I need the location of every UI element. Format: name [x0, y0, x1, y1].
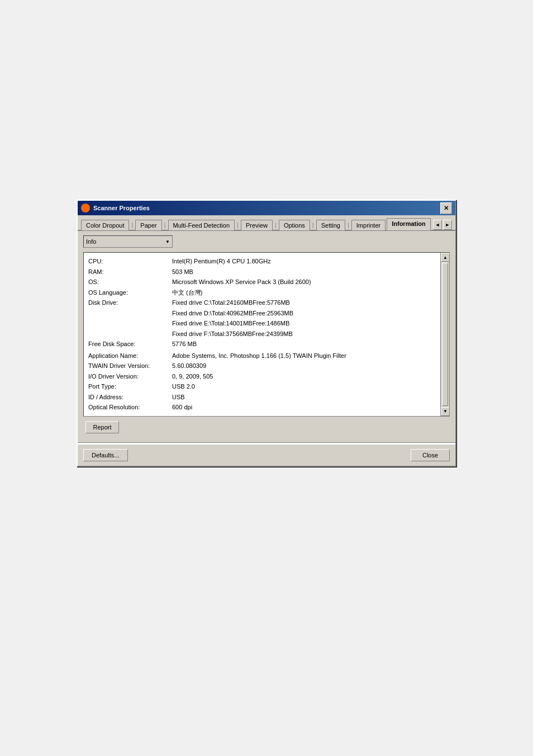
tabs-bar: Color Dropout | Paper | Multi-Feed Detec…	[78, 215, 455, 231]
info-table-row: Free Disk Space:5776 MB	[87, 339, 446, 349]
info-value: 600 dpi	[171, 402, 446, 413]
defaults-button[interactable]: Defaults...	[83, 449, 128, 461]
scroll-down-button[interactable]: ▼	[441, 407, 450, 416]
info-label: ID / Address:	[87, 392, 171, 403]
tab-paper[interactable]: Paper	[135, 220, 161, 230]
close-window-button[interactable]: ✕	[440, 202, 452, 214]
info-table-row: I/O Driver Version:0, 9, 2009, 505	[87, 371, 446, 382]
info-value: Fixed drive E:\Total:14001MBFree:1486MB	[171, 318, 446, 329]
report-section: Report	[83, 417, 450, 438]
info-table: CPU:Intel(R) Pentium(R) 4 CPU 1.80GHzRAM…	[87, 256, 446, 413]
info-label: Optical Resolution:	[87, 402, 171, 413]
info-table-row: Disk Drive:Fixed drive C:\Total:24160MBF…	[87, 297, 446, 308]
info-value: 中文 (台灣)	[171, 287, 446, 298]
info-panel: CPU:Intel(R) Pentium(R) 4 CPU 1.80GHzRAM…	[83, 252, 450, 417]
info-label	[87, 308, 171, 319]
info-value: Adobe Systems, Inc. Photoshop 1.166 (1.5…	[171, 351, 446, 361]
info-value: Fixed drive C:\Total:24160MBFree:5776MB	[171, 297, 446, 308]
info-value: Fixed drive F:\Total:37566MBFree:24399MB	[171, 329, 446, 339]
tab-nav-arrows: ◄ ►	[433, 220, 452, 230]
info-value: Microsoft Windows XP Service Pack 3 (Bui…	[171, 277, 446, 287]
tab-color-dropout[interactable]: Color Dropout	[81, 220, 129, 230]
info-value: 5.60.080309	[171, 361, 446, 371]
tab-sep-4: |	[274, 220, 278, 230]
info-label: Port Type:	[87, 381, 171, 392]
info-label: CPU:	[87, 256, 171, 267]
info-table-row: Application Name:Adobe Systems, Inc. Pho…	[87, 351, 446, 361]
scrollbar[interactable]: ▲ ▼	[440, 253, 449, 416]
scroll-thumb[interactable]	[442, 263, 448, 406]
tab-information[interactable]: Information	[387, 218, 431, 230]
tab-sep-6: |	[346, 220, 350, 230]
info-label	[87, 318, 171, 329]
info-label: OS Language:	[87, 287, 171, 298]
tab-imprinter[interactable]: Imprinter	[351, 220, 386, 230]
tab-nav-left[interactable]: ◄	[433, 220, 442, 230]
info-value: USB	[171, 392, 446, 403]
info-table-row: OS:Microsoft Windows XP Service Pack 3 (…	[87, 277, 446, 287]
info-table-row: Optical Resolution:600 dpi	[87, 402, 446, 413]
window-icon	[81, 204, 90, 212]
info-label: OS:	[87, 277, 171, 287]
scroll-up-button[interactable]: ▲	[441, 253, 450, 262]
info-value: 0, 9, 2009, 505	[171, 371, 446, 382]
tab-nav-right[interactable]: ►	[443, 220, 452, 230]
tab-sep-3: |	[236, 220, 240, 230]
report-button[interactable]: Report	[85, 421, 119, 433]
info-value: USB 2.0	[171, 381, 446, 392]
info-table-row: CPU:Intel(R) Pentium(R) 4 CPU 1.80GHz	[87, 256, 446, 267]
info-value: 503 MB	[171, 267, 446, 277]
info-table-row: RAM:503 MB	[87, 267, 446, 277]
title-bar: Scanner Properties ✕	[78, 201, 455, 215]
info-label: TWAIN Driver Version:	[87, 361, 171, 371]
window-title: Scanner Properties	[93, 205, 150, 211]
info-table-row: Fixed drive F:\Total:37566MBFree:24399MB	[87, 329, 446, 339]
bottom-bar: Defaults... Close	[78, 443, 455, 466]
tab-options[interactable]: Options	[279, 220, 310, 230]
info-table-row: Fixed drive E:\Total:14001MBFree:1486MB	[87, 318, 446, 329]
info-label	[87, 329, 171, 339]
title-bar-left: Scanner Properties	[81, 204, 150, 212]
tab-sep-5: |	[311, 220, 315, 230]
tab-sep-2: |	[163, 220, 167, 230]
info-value: 5776 MB	[171, 339, 446, 349]
tab-setting[interactable]: Setting	[316, 220, 345, 230]
scanner-properties-window: Scanner Properties ✕ Color Dropout | Pap…	[77, 200, 456, 467]
info-label: Free Disk Space:	[87, 339, 171, 349]
info-dropdown-label: Info	[86, 238, 96, 245]
dropdown-arrow-icon: ▼	[165, 239, 170, 244]
info-table-row: OS Language:中文 (台灣)	[87, 287, 446, 298]
info-table-row: Port Type:USB 2.0	[87, 381, 446, 392]
info-table-row: Fixed drive D:\Total:40962MBFree:25963MB	[87, 308, 446, 319]
info-table-row: ID / Address:USB	[87, 392, 446, 403]
tab-sep-1: |	[130, 220, 134, 230]
info-label: I/O Driver Version:	[87, 371, 171, 382]
info-label: Disk Drive:	[87, 297, 171, 308]
content-area: Info ▼ CPU:Intel(R) Pentium(R) 4 CPU 1.8…	[78, 231, 455, 442]
info-dropdown[interactable]: Info ▼	[83, 235, 173, 248]
info-table-row: TWAIN Driver Version:5.60.080309	[87, 361, 446, 371]
info-label: Application Name:	[87, 351, 171, 361]
info-value: Intel(R) Pentium(R) 4 CPU 1.80GHz	[171, 256, 446, 267]
info-dropdown-row: Info ▼	[83, 235, 450, 248]
tab-multi-feed[interactable]: Multi-Feed Detection	[168, 220, 235, 230]
info-label: RAM:	[87, 267, 171, 277]
close-dialog-button[interactable]: Close	[411, 449, 450, 461]
tab-preview[interactable]: Preview	[241, 220, 273, 230]
info-value: Fixed drive D:\Total:40962MBFree:25963MB	[171, 308, 446, 319]
